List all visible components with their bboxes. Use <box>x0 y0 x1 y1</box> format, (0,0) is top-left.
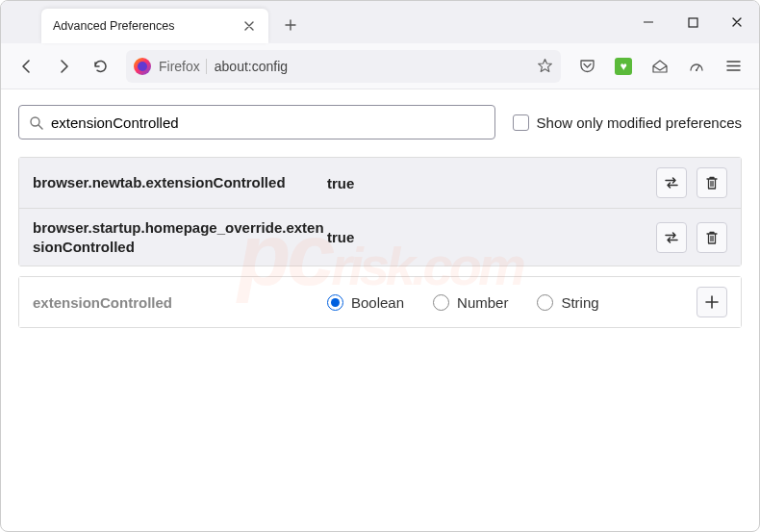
radio-icon[interactable] <box>327 294 343 311</box>
type-label: Boolean <box>351 294 404 311</box>
inbox-icon[interactable] <box>644 50 676 83</box>
type-option-boolean[interactable]: Boolean <box>327 294 404 311</box>
pref-actions <box>656 222 727 253</box>
preferences-list: browser.newtab.extensionControlled true … <box>18 157 742 266</box>
bookmark-star-icon[interactable] <box>536 58 553 75</box>
page-content: Show only modified preferences browser.n… <box>1 89 759 343</box>
pref-value: true <box>327 175 656 191</box>
new-preference-row: extensionControlled Boolean Number Strin… <box>19 277 741 327</box>
url-brand: Firefox <box>159 59 207 74</box>
show-modified-label: Show only modified preferences <box>537 114 742 131</box>
search-row: Show only modified preferences <box>18 105 742 139</box>
svg-point-1 <box>696 69 697 71</box>
type-label: String <box>561 294 598 311</box>
toggle-button[interactable] <box>656 167 687 198</box>
pref-name: browser.startup.homepage_override.extens… <box>33 218 327 256</box>
forward-button[interactable] <box>47 50 80 83</box>
pref-row: browser.startup.homepage_override.extens… <box>19 208 741 266</box>
type-options: Boolean Number String <box>327 294 697 311</box>
new-tab-button[interactable] <box>276 11 305 39</box>
close-window-button[interactable] <box>715 1 759 43</box>
back-button[interactable] <box>11 50 43 83</box>
extension-icon[interactable]: ♥ <box>607 50 640 83</box>
type-label: Number <box>457 294 508 311</box>
radio-icon[interactable] <box>433 294 449 311</box>
search-box[interactable] <box>18 105 495 139</box>
pref-row: browser.newtab.extensionControlled true <box>19 158 741 208</box>
new-pref-actions <box>697 287 727 317</box>
window-controls <box>626 1 759 43</box>
app-menu-button[interactable] <box>717 50 749 83</box>
new-pref-name: extensionControlled <box>33 294 327 311</box>
svg-rect-0 <box>689 18 697 27</box>
new-preference-row-wrap: extensionControlled Boolean Number Strin… <box>18 276 742 328</box>
show-modified-checkbox[interactable] <box>513 114 529 131</box>
pref-value: true <box>327 229 656 245</box>
show-modified-checkbox-row[interactable]: Show only modified preferences <box>513 114 742 131</box>
minimize-button[interactable] <box>626 1 671 43</box>
pref-actions <box>656 167 727 198</box>
titlebar: Advanced Preferences <box>1 1 759 43</box>
browser-toolbar: Firefox about:config ♥ <box>1 43 759 89</box>
toggle-button[interactable] <box>656 222 687 253</box>
delete-button[interactable] <box>697 222 727 253</box>
radio-icon[interactable] <box>537 294 553 311</box>
search-icon <box>29 115 43 130</box>
type-option-number[interactable]: Number <box>433 294 508 311</box>
maximize-button[interactable] <box>671 1 715 43</box>
dashboard-icon[interactable] <box>680 50 713 83</box>
pref-name: browser.newtab.extensionControlled <box>33 173 327 192</box>
add-button[interactable] <box>697 287 727 317</box>
firefox-logo-icon <box>134 58 151 75</box>
reload-button[interactable] <box>84 50 116 83</box>
tab-title: Advanced Preferences <box>53 19 241 33</box>
pocket-icon[interactable] <box>570 50 603 83</box>
url-text: about:config <box>215 59 528 74</box>
url-bar[interactable]: Firefox about:config <box>126 50 561 83</box>
delete-button[interactable] <box>697 167 727 198</box>
search-input[interactable] <box>51 114 485 131</box>
browser-tab[interactable]: Advanced Preferences <box>41 9 268 43</box>
type-option-string[interactable]: String <box>537 294 598 311</box>
tab-close-icon[interactable] <box>241 18 257 34</box>
